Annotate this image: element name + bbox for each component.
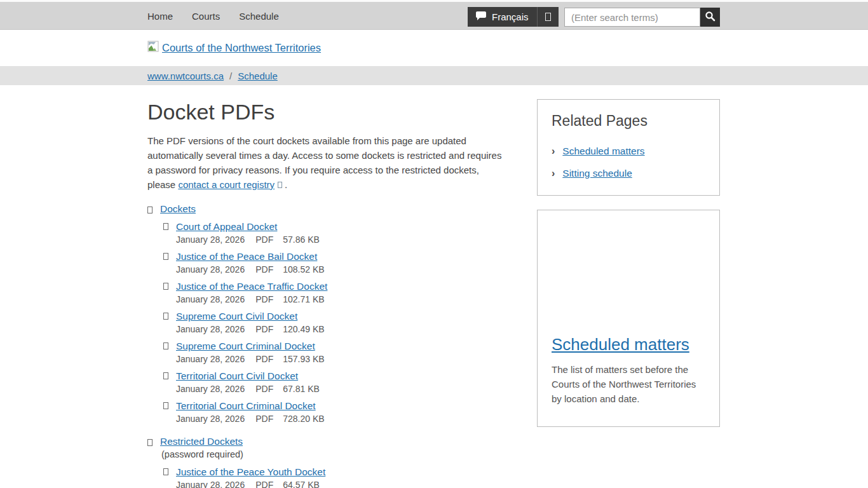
docket-meta: January 28, 2026PDF57.86 KB	[176, 233, 320, 246]
related-pages-box: Related Pages › Scheduled matters › Sitt…	[537, 99, 720, 196]
related-pages-list: › Scheduled matters › Sitting schedule	[552, 146, 705, 179]
missing-glyph-bullet-icon	[163, 372, 168, 379]
docket-date: January 28, 2026	[176, 234, 245, 245]
docket-group-head: Restricted Dockets	[147, 435, 526, 448]
docket-group-link[interactable]: Dockets	[160, 202, 196, 215]
missing-glyph-bullet-icon	[163, 253, 168, 260]
nav-item-home[interactable]: Home	[147, 11, 173, 22]
contact-court-registry-link[interactable]: contact a court registry	[178, 179, 275, 190]
docket-link[interactable]: Supreme Court Criminal Docket	[176, 341, 315, 351]
docket-filetype: PDF	[255, 354, 273, 364]
docket-filetype: PDF	[255, 234, 273, 245]
docket-item: Supreme Court Criminal Docket January 28…	[163, 340, 526, 365]
chevron-right-icon: ›	[552, 146, 555, 157]
docket-item: Supreme Court Civil Docket January 28, 2…	[163, 310, 526, 336]
speech-bubble-icon	[476, 11, 486, 22]
docket-meta: January 28, 2026PDF108.52 KB	[176, 263, 325, 276]
docket-filesize: 728.20 KB	[283, 414, 324, 424]
card-image-placeholder	[552, 223, 705, 335]
docket-link[interactable]: Supreme Court Civil Docket	[176, 311, 297, 322]
docket-sublist: Court of Appeal Docket January 28, 2026P…	[163, 220, 526, 425]
missing-glyph-bullet-icon	[163, 313, 168, 320]
nav-item-schedule[interactable]: Schedule	[239, 11, 279, 22]
docket-item: Court of Appeal Docket January 28, 2026P…	[163, 220, 526, 246]
search-button[interactable]	[700, 8, 720, 27]
docket-link[interactable]: Territorial Court Criminal Docket	[176, 400, 316, 411]
docket-link[interactable]: Justice of the Peace Bail Docket	[176, 251, 317, 262]
docket-link[interactable]: Justice of the Peace Traffic Docket	[176, 281, 327, 292]
docket-meta: January 28, 2026PDF102.71 KB	[176, 293, 327, 306]
docket-date: January 28, 2026	[176, 414, 245, 424]
missing-glyph-icon	[545, 13, 551, 21]
intro-text-after: .	[285, 179, 287, 190]
scheduled-matters-card: Scheduled matters The list of matters se…	[537, 210, 720, 427]
related-link-sitting-schedule[interactable]: Sitting schedule	[562, 168, 632, 179]
site-logo-text: Courts of the Northwest Territories	[162, 42, 321, 54]
top-utility-bar: Home Courts Schedule Français	[0, 0, 868, 30]
docket-meta: January 28, 2026PDF728.20 KB	[176, 412, 325, 425]
docket-item: Territorial Court Civil Docket January 2…	[163, 370, 526, 395]
docket-item: Justice of the Peace Youth Docket Januar…	[163, 466, 526, 488]
related-link-scheduled-matters[interactable]: Scheduled matters	[562, 146, 644, 157]
language-toggle-extra[interactable]	[538, 7, 559, 27]
docket-filesize: 67.81 KB	[283, 384, 320, 394]
language-toggle-main[interactable]: Français	[468, 7, 537, 27]
missing-glyph-bullet-icon	[147, 207, 153, 214]
docket-filesize: 102.71 KB	[283, 294, 324, 304]
docket-link[interactable]: Justice of the Peace Youth Docket	[176, 466, 325, 477]
missing-glyph-bullet-icon	[147, 439, 153, 446]
docket-date: January 28, 2026	[176, 384, 245, 394]
docket-filesize: 57.86 KB	[283, 234, 320, 245]
breadcrumb-separator: /	[229, 71, 232, 81]
docket-filetype: PDF	[255, 324, 273, 334]
docket-group-dockets: Dockets Court of Appeal Docket January 2…	[147, 202, 526, 425]
chevron-right-icon: ›	[552, 168, 555, 179]
missing-glyph-bullet-icon	[163, 223, 168, 230]
language-toggle-button[interactable]: Français	[468, 7, 559, 27]
related-page-item: › Scheduled matters	[552, 146, 705, 157]
docket-filesize: 120.49 KB	[283, 324, 324, 334]
docket-sublist: Justice of the Peace Youth Docket Januar…	[163, 466, 526, 488]
docket-group-head: Dockets	[147, 202, 526, 215]
breadcrumb: www.nwtcourts.ca / Schedule	[0, 66, 868, 85]
docket-link[interactable]: Court of Appeal Docket	[176, 221, 277, 232]
nav-item-courts[interactable]: Courts	[192, 11, 220, 22]
docket-item: Territorial Court Criminal Docket Januar…	[163, 400, 526, 425]
search-input[interactable]	[564, 8, 700, 27]
docket-group-link[interactable]: Restricted Dockets	[160, 435, 243, 448]
sidebar: Related Pages › Scheduled matters › Sitt…	[537, 99, 720, 427]
main-content: Docket PDFs The PDF versions of the cour…	[147, 99, 526, 488]
docket-date: January 28, 2026	[176, 354, 245, 364]
docket-filetype: PDF	[255, 264, 273, 274]
missing-glyph-bullet-icon	[163, 402, 168, 409]
language-toggle-label: Français	[492, 11, 529, 22]
docket-date: January 28, 2026	[176, 324, 245, 334]
related-pages-title: Related Pages	[552, 112, 705, 130]
docket-meta: January 28, 2026PDF120.49 KB	[176, 323, 325, 336]
docket-filetype: PDF	[255, 480, 273, 488]
breadcrumb-current-link[interactable]: Schedule	[238, 71, 278, 81]
docket-link[interactable]: Territorial Court Civil Docket	[176, 370, 298, 381]
docket-date: January 28, 2026	[176, 264, 245, 274]
docket-list: Dockets Court of Appeal Docket January 2…	[147, 202, 526, 488]
search-icon	[705, 11, 715, 24]
docket-item: Justice of the Peace Traffic Docket Janu…	[163, 280, 526, 306]
breadcrumb-home-link[interactable]: www.nwtcourts.ca	[147, 71, 224, 81]
docket-filesize: 157.93 KB	[283, 354, 324, 364]
page-title: Docket PDFs	[147, 99, 526, 125]
docket-group-restricted: Restricted Dockets (password required) J…	[147, 435, 526, 488]
primary-nav: Home Courts Schedule	[147, 2, 279, 30]
site-search	[564, 8, 720, 27]
docket-date: January 28, 2026	[176, 480, 245, 488]
password-required-note: (password required)	[161, 448, 526, 461]
scheduled-matters-card-link[interactable]: Scheduled matters	[552, 335, 689, 354]
site-logo-link[interactable]: Courts of the Northwest Territories	[147, 41, 321, 55]
external-link-missing-glyph-icon	[278, 182, 282, 188]
docket-meta: January 28, 2026PDF64.57 KB	[176, 478, 325, 488]
intro-paragraph: The PDF versions of the court dockets av…	[147, 133, 506, 192]
related-page-item: › Sitting schedule	[552, 168, 705, 179]
docket-meta: January 28, 2026PDF67.81 KB	[176, 383, 320, 395]
docket-filetype: PDF	[255, 414, 273, 424]
page: Home Courts Schedule Français	[0, 0, 868, 488]
docket-filesize: 64.57 KB	[283, 480, 320, 488]
